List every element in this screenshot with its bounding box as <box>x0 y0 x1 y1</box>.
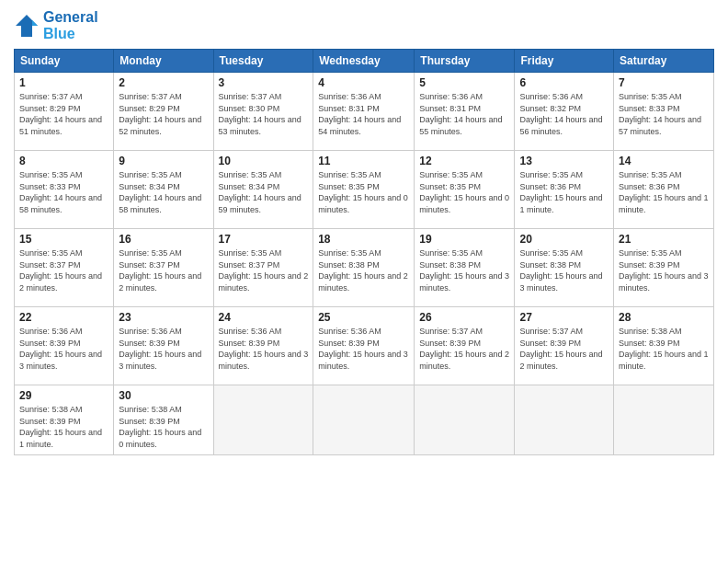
day-info: Sunrise: 5:35 AM Sunset: 8:34 PM Dayligh… <box>119 169 208 215</box>
calendar-row: 1 Sunrise: 5:37 AM Sunset: 8:29 PM Dayli… <box>15 73 714 151</box>
day-number: 5 <box>419 76 509 89</box>
calendar-cell: 9 Sunrise: 5:35 AM Sunset: 8:34 PM Dayli… <box>114 151 213 229</box>
day-number: 7 <box>619 76 709 89</box>
calendar-cell: 21 Sunrise: 5:35 AM Sunset: 8:39 PM Dayl… <box>614 229 714 307</box>
calendar-cell <box>515 385 614 454</box>
col-friday: Friday <box>515 50 614 73</box>
calendar-cell: 27 Sunrise: 5:37 AM Sunset: 8:39 PM Dayl… <box>515 307 614 385</box>
day-info: Sunrise: 5:35 AM Sunset: 8:39 PM Dayligh… <box>619 247 709 293</box>
calendar-cell <box>213 385 313 454</box>
col-sunday: Sunday <box>15 50 114 73</box>
day-number: 13 <box>519 155 609 167</box>
calendar-cell: 20 Sunrise: 5:35 AM Sunset: 8:38 PM Dayl… <box>515 229 614 307</box>
day-info: Sunrise: 5:35 AM Sunset: 8:37 PM Dayligh… <box>219 247 309 293</box>
calendar-cell <box>313 385 415 454</box>
day-number: 19 <box>419 233 509 246</box>
calendar-row: 29 Sunrise: 5:38 AM Sunset: 8:39 PM Dayl… <box>15 385 714 454</box>
day-info: Sunrise: 5:37 AM Sunset: 8:39 PM Dayligh… <box>519 326 609 372</box>
calendar-row: 15 Sunrise: 5:35 AM Sunset: 8:37 PM Dayl… <box>15 229 714 307</box>
day-number: 20 <box>519 233 609 246</box>
day-info: Sunrise: 5:36 AM Sunset: 8:39 PM Dayligh… <box>219 326 309 372</box>
day-info: Sunrise: 5:35 AM Sunset: 8:35 PM Dayligh… <box>318 169 409 215</box>
calendar-cell: 19 Sunrise: 5:35 AM Sunset: 8:38 PM Dayl… <box>415 229 515 307</box>
calendar-cell: 4 Sunrise: 5:36 AM Sunset: 8:31 PM Dayli… <box>313 73 415 151</box>
calendar-cell <box>614 385 714 454</box>
day-number: 3 <box>219 76 309 89</box>
col-tuesday: Tuesday <box>213 50 313 73</box>
day-number: 8 <box>19 155 108 167</box>
calendar-cell: 14 Sunrise: 5:35 AM Sunset: 8:36 PM Dayl… <box>614 151 714 229</box>
calendar-cell <box>415 385 515 454</box>
page: GeneralBlue Sunday Monday Tuesday Wednes… <box>0 0 728 563</box>
col-saturday: Saturday <box>614 50 714 73</box>
calendar-cell: 13 Sunrise: 5:35 AM Sunset: 8:36 PM Dayl… <box>515 151 614 229</box>
logo-icon <box>14 13 40 39</box>
logo-text: GeneralBlue <box>43 9 98 41</box>
calendar-cell: 28 Sunrise: 5:38 AM Sunset: 8:39 PM Dayl… <box>614 307 714 385</box>
day-number: 22 <box>19 311 108 324</box>
day-info: Sunrise: 5:35 AM Sunset: 8:33 PM Dayligh… <box>19 169 108 215</box>
day-number: 23 <box>119 311 208 324</box>
calendar-cell: 29 Sunrise: 5:38 AM Sunset: 8:39 PM Dayl… <box>15 385 114 454</box>
day-info: Sunrise: 5:37 AM Sunset: 8:29 PM Dayligh… <box>19 91 108 137</box>
calendar-row: 22 Sunrise: 5:36 AM Sunset: 8:39 PM Dayl… <box>15 307 714 385</box>
calendar-cell: 11 Sunrise: 5:35 AM Sunset: 8:35 PM Dayl… <box>313 151 415 229</box>
day-number: 14 <box>619 155 709 167</box>
day-info: Sunrise: 5:38 AM Sunset: 8:39 PM Dayligh… <box>119 404 208 450</box>
calendar-header-row: Sunday Monday Tuesday Wednesday Thursday… <box>15 50 714 73</box>
calendar-table: Sunday Monday Tuesday Wednesday Thursday… <box>14 49 714 454</box>
day-info: Sunrise: 5:36 AM Sunset: 8:31 PM Dayligh… <box>419 91 509 137</box>
day-number: 1 <box>19 76 108 89</box>
calendar-cell: 18 Sunrise: 5:35 AM Sunset: 8:38 PM Dayl… <box>313 229 415 307</box>
day-number: 11 <box>318 155 409 167</box>
header: GeneralBlue <box>14 9 714 41</box>
calendar-cell: 1 Sunrise: 5:37 AM Sunset: 8:29 PM Dayli… <box>15 73 114 151</box>
logo: GeneralBlue <box>14 9 98 41</box>
calendar-cell: 24 Sunrise: 5:36 AM Sunset: 8:39 PM Dayl… <box>213 307 313 385</box>
calendar-cell: 5 Sunrise: 5:36 AM Sunset: 8:31 PM Dayli… <box>415 73 515 151</box>
calendar-cell: 12 Sunrise: 5:35 AM Sunset: 8:35 PM Dayl… <box>415 151 515 229</box>
day-info: Sunrise: 5:35 AM Sunset: 8:37 PM Dayligh… <box>19 247 108 293</box>
day-info: Sunrise: 5:36 AM Sunset: 8:39 PM Dayligh… <box>119 326 208 372</box>
day-info: Sunrise: 5:36 AM Sunset: 8:32 PM Dayligh… <box>519 91 609 137</box>
calendar-cell: 23 Sunrise: 5:36 AM Sunset: 8:39 PM Dayl… <box>114 307 213 385</box>
calendar-cell: 10 Sunrise: 5:35 AM Sunset: 8:34 PM Dayl… <box>213 151 313 229</box>
calendar-cell: 16 Sunrise: 5:35 AM Sunset: 8:37 PM Dayl… <box>114 229 213 307</box>
day-number: 25 <box>318 311 409 324</box>
day-info: Sunrise: 5:37 AM Sunset: 8:30 PM Dayligh… <box>219 91 309 137</box>
day-number: 9 <box>119 155 208 167</box>
day-info: Sunrise: 5:35 AM Sunset: 8:34 PM Dayligh… <box>219 169 309 215</box>
day-info: Sunrise: 5:36 AM Sunset: 8:31 PM Dayligh… <box>318 91 409 137</box>
day-number: 4 <box>318 76 409 89</box>
day-number: 26 <box>419 311 509 324</box>
col-thursday: Thursday <box>415 50 515 73</box>
day-info: Sunrise: 5:35 AM Sunset: 8:36 PM Dayligh… <box>619 169 709 215</box>
calendar-cell: 30 Sunrise: 5:38 AM Sunset: 8:39 PM Dayl… <box>114 385 213 454</box>
day-number: 21 <box>619 233 709 246</box>
calendar-cell: 22 Sunrise: 5:36 AM Sunset: 8:39 PM Dayl… <box>15 307 114 385</box>
calendar-cell: 6 Sunrise: 5:36 AM Sunset: 8:32 PM Dayli… <box>515 73 614 151</box>
day-number: 18 <box>318 233 409 246</box>
day-info: Sunrise: 5:35 AM Sunset: 8:35 PM Dayligh… <box>419 169 509 215</box>
day-info: Sunrise: 5:36 AM Sunset: 8:39 PM Dayligh… <box>19 326 108 372</box>
calendar-cell: 3 Sunrise: 5:37 AM Sunset: 8:30 PM Dayli… <box>213 73 313 151</box>
calendar-cell: 15 Sunrise: 5:35 AM Sunset: 8:37 PM Dayl… <box>15 229 114 307</box>
day-number: 30 <box>119 389 208 402</box>
day-number: 17 <box>219 233 309 246</box>
day-info: Sunrise: 5:38 AM Sunset: 8:39 PM Dayligh… <box>19 404 108 450</box>
calendar-cell: 2 Sunrise: 5:37 AM Sunset: 8:29 PM Dayli… <box>114 73 213 151</box>
day-number: 10 <box>219 155 309 167</box>
day-info: Sunrise: 5:35 AM Sunset: 8:38 PM Dayligh… <box>419 247 509 293</box>
day-number: 24 <box>219 311 309 324</box>
day-info: Sunrise: 5:35 AM Sunset: 8:37 PM Dayligh… <box>119 247 208 293</box>
day-number: 6 <box>519 76 609 89</box>
calendar-cell: 8 Sunrise: 5:35 AM Sunset: 8:33 PM Dayli… <box>15 151 114 229</box>
calendar-cell: 25 Sunrise: 5:36 AM Sunset: 8:39 PM Dayl… <box>313 307 415 385</box>
day-info: Sunrise: 5:36 AM Sunset: 8:39 PM Dayligh… <box>318 326 409 372</box>
day-info: Sunrise: 5:35 AM Sunset: 8:38 PM Dayligh… <box>318 247 409 293</box>
day-info: Sunrise: 5:37 AM Sunset: 8:29 PM Dayligh… <box>119 91 208 137</box>
calendar-cell: 7 Sunrise: 5:35 AM Sunset: 8:33 PM Dayli… <box>614 73 714 151</box>
day-number: 16 <box>119 233 208 246</box>
day-number: 29 <box>19 389 108 402</box>
day-info: Sunrise: 5:35 AM Sunset: 8:36 PM Dayligh… <box>519 169 609 215</box>
